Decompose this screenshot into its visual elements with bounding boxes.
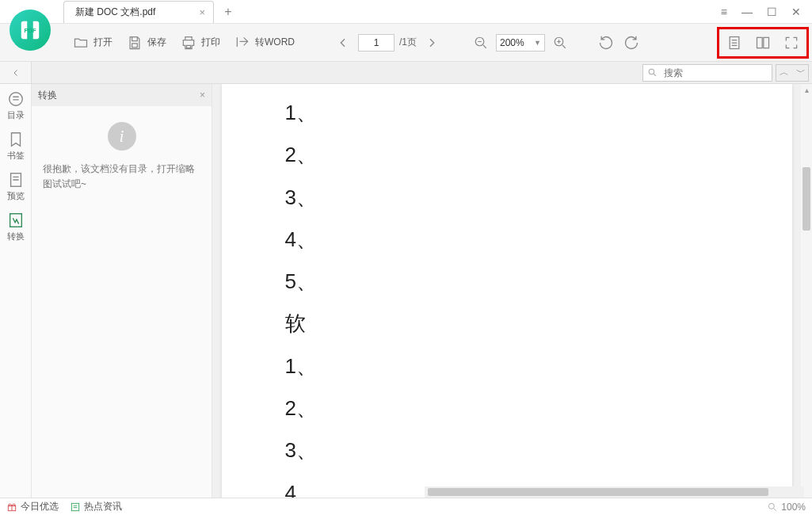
- toc-icon: [7, 90, 25, 108]
- tab-title: 新建 DOC 文档.pdf: [75, 6, 155, 19]
- print-icon: [181, 35, 196, 51]
- status-bar: 今日优选 热点资讯 100%: [0, 498, 812, 515]
- app-logo: PDF: [10, 10, 51, 51]
- svg-rect-5: [764, 37, 769, 48]
- zoom-select[interactable]: 200% ▼: [496, 34, 545, 52]
- status-zoom[interactable]: 100%: [767, 502, 806, 513]
- svg-point-12: [769, 503, 775, 509]
- document-page: 1、2、3、4、5、软1、2、3、4、: [222, 84, 792, 498]
- search-box[interactable]: [642, 64, 772, 82]
- search-prev-button[interactable]: ︿: [776, 65, 792, 81]
- vertical-scrollbar[interactable]: ▴: [801, 84, 812, 498]
- panel-title: 转换: [38, 89, 57, 102]
- to-word-button[interactable]: 转WORD: [230, 35, 299, 51]
- search-input[interactable]: [661, 67, 772, 78]
- sidebar-item-toc[interactable]: 目录: [7, 90, 25, 121]
- page-input[interactable]: [358, 34, 395, 52]
- document-line: 1、: [285, 92, 792, 134]
- svg-rect-11: [71, 503, 78, 510]
- zoom-in-icon: [553, 36, 567, 50]
- status-hot-news[interactable]: 热点资讯: [70, 500, 122, 513]
- close-icon[interactable]: ×: [199, 6, 205, 18]
- scrollbar-thumb[interactable]: [428, 488, 768, 496]
- two-page-icon: [755, 35, 771, 51]
- side-panel: 转换 × i 很抱歉，该文档没有目录，打开缩略图试试吧~: [32, 84, 212, 498]
- fullscreen-icon: [783, 35, 799, 51]
- svg-point-7: [9, 93, 22, 106]
- search-icon: [643, 67, 661, 78]
- rotate-right-button[interactable]: [621, 32, 642, 53]
- svg-point-6: [649, 69, 654, 74]
- document-area: 1、2、3、4、5、软1、2、3、4、 ▴: [212, 84, 812, 498]
- panel-body: i 很抱歉，该文档没有目录，打开缩略图试试吧~: [32, 106, 212, 498]
- window-controls: ≡ — ☐ ✕: [721, 6, 812, 18]
- export-icon: [234, 35, 250, 51]
- chevron-left-icon: [337, 36, 349, 49]
- side-strip: 目录 书签 预览 转换: [0, 84, 32, 498]
- info-icon: i: [108, 122, 136, 151]
- panel-header: 转换 ×: [32, 84, 212, 106]
- news-icon: [70, 502, 81, 513]
- new-tab-button[interactable]: +: [219, 2, 238, 21]
- document-line: 1、: [285, 345, 792, 387]
- rotate-left-button[interactable]: [596, 32, 616, 53]
- document-line: 3、: [285, 429, 792, 471]
- scrollbar-thumb[interactable]: [802, 167, 810, 231]
- document-tab[interactable]: 新建 DOC 文档.pdf ×: [63, 1, 214, 23]
- close-window-icon[interactable]: ✕: [791, 6, 801, 18]
- horizontal-scrollbar[interactable]: [425, 486, 804, 498]
- chevron-left-icon: [11, 68, 21, 78]
- svg-rect-4: [757, 37, 763, 48]
- single-page-icon: [726, 35, 742, 51]
- preview-icon: [7, 171, 25, 189]
- next-page-button[interactable]: [421, 32, 442, 53]
- svg-text:PDF: PDF: [25, 27, 36, 34]
- document-line: 2、: [285, 387, 792, 429]
- toolbar: 打开 保存 打印 转WORD /1页 200% ▼: [0, 24, 812, 62]
- save-button[interactable]: 保存: [122, 35, 171, 51]
- sidebar-item-bookmark[interactable]: 书签: [7, 131, 25, 162]
- bookmark-icon: [7, 131, 25, 148]
- zoom-in-button[interactable]: [550, 32, 570, 53]
- secondary-bar: ︿ ﹀: [0, 62, 812, 84]
- chevron-down-icon: ▼: [534, 39, 541, 47]
- document-line: 3、: [285, 177, 792, 219]
- zoom-icon: [767, 502, 778, 513]
- chevron-right-icon: [425, 36, 438, 49]
- single-page-view-button[interactable]: [724, 32, 745, 53]
- rotate-cw-icon: [623, 35, 639, 51]
- save-icon: [127, 35, 143, 51]
- collapse-panel-button[interactable]: [0, 62, 32, 83]
- convert-icon: [7, 212, 25, 229]
- document-line: 5、: [285, 261, 792, 303]
- page-total: /1页: [399, 36, 417, 49]
- document-scroll[interactable]: 1、2、3、4、5、软1、2、3、4、: [212, 84, 801, 498]
- prev-page-button[interactable]: [333, 32, 353, 53]
- minimize-icon[interactable]: —: [741, 6, 753, 18]
- page-content: 1、2、3、4、5、软1、2、3、4、: [222, 84, 792, 498]
- sidebar-item-preview[interactable]: 预览: [7, 171, 25, 202]
- maximize-icon[interactable]: ☐: [767, 6, 777, 18]
- document-line: 2、: [285, 134, 792, 176]
- document-line: 4、: [285, 219, 792, 261]
- two-page-view-button[interactable]: [753, 32, 773, 53]
- view-mode-group: [717, 27, 809, 59]
- panel-close-button[interactable]: ×: [200, 90, 205, 101]
- fullscreen-button[interactable]: [781, 32, 802, 53]
- rotate-ccw-icon: [598, 35, 614, 51]
- menu-icon[interactable]: ≡: [721, 6, 727, 18]
- main-body: 目录 书签 预览 转换 转换 × i 很抱歉，该文档没有目录，打开缩略图试试吧~…: [0, 84, 812, 498]
- search-nav: ︿ ﹀: [776, 64, 809, 82]
- document-line: 软: [285, 303, 792, 345]
- open-button[interactable]: 打开: [68, 35, 117, 51]
- titlebar: 新建 DOC 文档.pdf × + ≡ — ☐ ✕: [0, 0, 812, 24]
- zoom-out-button[interactable]: [471, 32, 491, 53]
- panel-message: 很抱歉，该文档没有目录，打开缩略图试试吧~: [43, 162, 200, 192]
- folder-icon: [73, 35, 89, 51]
- status-today-picks[interactable]: 今日优选: [6, 500, 59, 513]
- gift-icon: [6, 502, 17, 513]
- search-next-button[interactable]: ﹀: [792, 65, 808, 81]
- print-button[interactable]: 打印: [176, 35, 225, 51]
- sidebar-item-convert[interactable]: 转换: [7, 212, 25, 242]
- scroll-up-icon[interactable]: ▴: [805, 84, 809, 96]
